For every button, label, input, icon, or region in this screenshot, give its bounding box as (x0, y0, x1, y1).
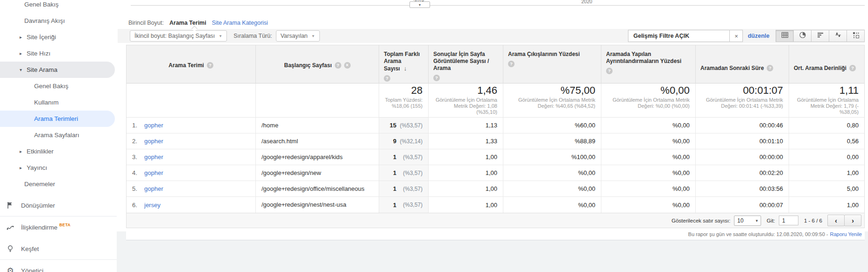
sidebar-item-label: Yönetici (21, 267, 43, 272)
filter-close-button[interactable]: × (730, 30, 743, 42)
sidebar-item-yonetici[interactable]: ⚙Yönetici (0, 261, 117, 272)
sort-type-label: Sıralama Türü: (233, 33, 272, 39)
sidebar-item-arama-terimleri[interactable]: Arama Terimleri (0, 111, 115, 127)
row-index: 5. (132, 185, 144, 192)
cell-avg-search-depth: 0,56 (789, 133, 864, 149)
pagination-bar: Gösterilecek satır sayısı: 10 ▾ Git: 1 -… (126, 213, 865, 228)
previous-page-button[interactable]: ‹ (827, 215, 845, 226)
table-view-button[interactable] (776, 30, 794, 42)
help-icon[interactable]: ? (207, 62, 213, 69)
column-header-avg-search-depth[interactable]: Ort. Arama Derinliği? (789, 45, 864, 85)
cell-start-page: /google+redesign/new (255, 165, 379, 181)
sidebar-item-denemeler[interactable]: Denemeler (0, 176, 117, 192)
percentage-view-button[interactable] (793, 30, 812, 42)
cell-search-term: 2.gopher (127, 133, 255, 149)
column-header-total-unique-searches[interactable]: Toplam Farklı Arama Sayısı↓? (379, 45, 428, 85)
cell-search-term: 1.gopher (127, 118, 255, 133)
column-header-refinement-pct[interactable]: Aramada Yapılan Ayrıntılandırmaların Yüz… (601, 45, 695, 85)
sidebar-item-site-arama[interactable]: ▾Site Arama (0, 62, 115, 78)
cell-search-term: 5.gopher (127, 181, 255, 196)
cell-search-term: 3.gopher (127, 149, 255, 165)
timeline-strip: 2018 2020 ▼ (126, 0, 865, 17)
comparison-view-button[interactable] (829, 30, 847, 42)
next-page-button[interactable]: › (844, 215, 861, 226)
column-header-search-term[interactable]: Arama Terimi? (127, 45, 255, 85)
chevron-down-icon: ▾ (756, 218, 758, 223)
table-row: 3.gopher/google+redesign/apparel/kids1(%… (127, 149, 864, 165)
summary-search-exit-pct: %75,00Görüntüleme İçin Ortalama Metrik D… (503, 84, 601, 117)
sidebar-item-etkinlikler[interactable]: ▸Etkinlikler (0, 143, 117, 160)
sidebar-item-label: Arama Sayfaları (34, 132, 79, 139)
remove-secondary-dimension-icon[interactable]: × (344, 62, 351, 69)
help-icon[interactable]: ? (767, 65, 773, 71)
sidebar-item-genel-bakis[interactable]: Genel Bakış (0, 0, 117, 13)
sidebar-item-label: Yayıncı (27, 164, 47, 171)
sidebar-item-kullanim[interactable]: Kullanım (0, 94, 117, 111)
search-term-link[interactable]: gopher (144, 169, 163, 176)
cell-refinement-pct: %0,00 (601, 181, 695, 196)
cell-search-exit-pct: %88,89 (503, 133, 601, 149)
search-term-link[interactable]: gopher (144, 185, 163, 192)
search-term-link[interactable]: gopher (144, 122, 163, 129)
column-header-time-after-search[interactable]: Aramadan Sonraki Süre? (695, 45, 789, 85)
help-icon[interactable]: ? (849, 65, 856, 71)
sidebar-item-label: Keşfet (21, 245, 39, 252)
primary-dimension-search-term[interactable]: Arama Terimi (169, 20, 206, 26)
refresh-report-link[interactable]: Raporu Yenile (830, 231, 862, 237)
sidebar-item-kesfet[interactable]: Keşfet (0, 239, 117, 258)
cell-time-after-search: 00:02:20 (695, 165, 789, 181)
timeline-slider-handle[interactable]: ▼ (409, 1, 430, 8)
chevron-down-icon: ▼ (219, 34, 222, 38)
cell-total-unique-searches: 9(%32,14) (379, 133, 428, 149)
sidebar-item-label: Denemeler (24, 181, 55, 188)
summary-pageviews-per-search: 1,46Görüntüleme İçin Ortalama Metrik Değ… (428, 84, 503, 117)
timeline-tick-2020: 2020 (581, 0, 592, 4)
sort-type-dropdown[interactable]: Varsayılan ▼ (276, 30, 320, 42)
pivot-view-button[interactable] (847, 30, 865, 42)
sidebar-item-site-search-overview[interactable]: Genel Bakış (0, 78, 117, 94)
chevron-left-icon: ‹ (835, 216, 837, 224)
help-icon[interactable]: ? (335, 62, 341, 69)
column-header-pageviews-per-search[interactable]: Sonuçlar İçin Sayfa Görüntüleme Sayısı /… (428, 45, 503, 85)
help-icon[interactable]: ? (508, 61, 515, 67)
rows-per-page-select[interactable]: 10 ▾ (734, 216, 761, 226)
cell-pageviews-per-search: 1,13 (428, 118, 503, 133)
goto-page-label: Git: (767, 218, 775, 223)
cell-pageviews-per-search: 1,00 (428, 181, 503, 196)
search-term-link[interactable]: gopher (144, 153, 163, 160)
performance-view-button[interactable] (811, 30, 829, 42)
sidebar-item-site-icerigi[interactable]: ▸Site İçeriği (0, 29, 117, 45)
primary-dimension-site-search-category[interactable]: Site Arama Kategorisi (212, 20, 268, 26)
summary-total-unique-searches: 28Toplam Yüzdesi: %18,06 (155) (379, 84, 428, 117)
advanced-filter-box[interactable]: Gelişmiş Filtre AÇIK (628, 30, 730, 42)
cell-search-exit-pct: %0,00 (503, 181, 601, 196)
timeline-axis (131, 5, 865, 6)
sidebar-item-arama-sayfalari[interactable]: Arama Sayfaları (0, 127, 117, 143)
search-term-link[interactable]: gopher (144, 138, 163, 145)
sidebar-item-label: Etkinlikler (27, 148, 54, 155)
secondary-dimension-dropdown[interactable]: İkincil boyut: Başlangıç Sayfası ▼ (130, 30, 227, 42)
cell-time-after-search: 00:00:00 (695, 149, 789, 165)
search-term-link[interactable]: jersey (144, 202, 161, 209)
cell-total-unique-searches: 1(%3,57) (379, 181, 428, 196)
sidebar-item-site-hizi[interactable]: ▸Site Hızı (0, 45, 117, 62)
column-header-search-exit-pct[interactable]: Arama Çıkışlarının Yüzdesi? (503, 45, 601, 85)
sidebar-item-yayinci[interactable]: ▸Yayıncı (0, 160, 117, 176)
sidebar-item-label: İlişkilendirme (21, 224, 57, 231)
help-icon[interactable]: ? (433, 75, 440, 81)
column-header-start-page[interactable]: Başlangıç Sayfası?× (255, 45, 379, 85)
row-index: 4. (132, 169, 144, 176)
table-row: 6.jersey/google+redesign/nest/nest-usa1(… (127, 197, 864, 213)
row-index: 2. (132, 138, 144, 145)
filter-edit-link[interactable]: düzenle (748, 33, 769, 39)
view-toggle-group (776, 30, 865, 42)
chevron-down-icon: ▼ (418, 3, 422, 7)
goto-page-input[interactable] (779, 216, 798, 225)
help-icon[interactable]: ? (606, 68, 613, 74)
sidebar-item-label: Genel Bakış (24, 1, 59, 8)
sidebar-item-donusumler[interactable]: Dönüşümler (0, 196, 117, 215)
cell-total-unique-searches: 15(%53,57) (379, 118, 428, 133)
sidebar-item-davranis-akisi[interactable]: Davranış Akışı (0, 13, 117, 29)
help-icon[interactable]: ? (384, 75, 390, 82)
sidebar-item-iliskilendirme[interactable]: İlişkilendirmeBETA (0, 218, 117, 237)
